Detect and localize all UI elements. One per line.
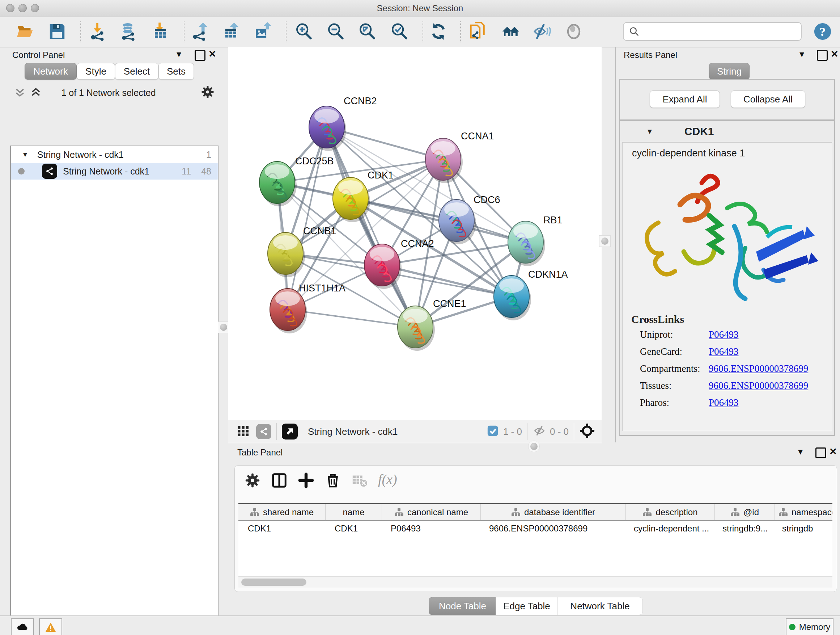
- tab-select[interactable]: Select: [115, 63, 158, 80]
- crosslink-value-link[interactable]: P06493: [709, 329, 739, 340]
- network-options-gear-icon[interactable]: [201, 85, 215, 101]
- hidden-eye-icon[interactable]: [532, 424, 546, 439]
- copy-network-style-icon[interactable]: [469, 22, 488, 41]
- node-CCNA1[interactable]: [425, 138, 463, 183]
- fit-content-crosshair-icon[interactable]: [579, 423, 595, 440]
- node-CCNA2[interactable]: [364, 244, 401, 289]
- control-panel-menu-icon[interactable]: ▾: [177, 49, 181, 59]
- table-hscroll-thumb[interactable]: [241, 578, 306, 586]
- results-panel-close-icon[interactable]: ✕: [831, 49, 838, 59]
- tab-network[interactable]: Network: [25, 63, 77, 80]
- export-image-icon[interactable]: [253, 22, 272, 41]
- protein-header-row[interactable]: ▼ CDK1: [620, 121, 834, 142]
- save-session-icon[interactable]: [48, 22, 66, 41]
- warning-status-button[interactable]: [39, 618, 62, 635]
- node-CDKN1A[interactable]: [494, 276, 531, 320]
- expand-all-networks-icon[interactable]: [30, 86, 42, 100]
- collapse-all-networks-icon[interactable]: [14, 86, 26, 100]
- results-panel-menu-icon[interactable]: ▾: [799, 49, 804, 59]
- node-CDC6[interactable]: [439, 200, 476, 244]
- add-column-icon[interactable]: [298, 472, 314, 489]
- table-row[interactable]: CDK1CDK1P064939606.ENSP00000378699cyclin…: [238, 521, 832, 536]
- results-panel-float-icon[interactable]: [817, 50, 828, 61]
- crosslink-value-link[interactable]: P06493: [709, 346, 739, 357]
- namespace-tree-icon: [511, 508, 521, 516]
- tab-node-table[interactable]: Node Table: [429, 597, 496, 615]
- zoom-selected-icon[interactable]: [390, 22, 409, 41]
- table-cell[interactable]: stringdb: [773, 521, 832, 536]
- node-CCNE1[interactable]: [398, 306, 435, 351]
- table-cell[interactable]: CDK1: [325, 521, 381, 536]
- crosslink-row: Pharos:P06493: [640, 397, 832, 409]
- collapse-all-button[interactable]: Collapse All: [731, 90, 805, 108]
- netbar-separator: [574, 423, 574, 440]
- table-panel-float-icon[interactable]: [815, 448, 826, 458]
- hide-selected-icon[interactable]: [532, 22, 551, 41]
- crosslink-value-link[interactable]: P06493: [709, 397, 739, 409]
- namespace-tree-icon: [778, 508, 788, 516]
- table-cell[interactable]: 9606.ENSP00000378699: [480, 521, 624, 536]
- table-cell[interactable]: P06493: [381, 521, 480, 536]
- export-table-icon[interactable]: [222, 22, 241, 41]
- node-RB1[interactable]: [508, 221, 545, 266]
- zoom-out-icon[interactable]: [326, 22, 345, 41]
- zoom-in-icon[interactable]: [294, 22, 313, 41]
- crosslinks-heading: CrossLinks: [622, 313, 832, 325]
- collection-expander-icon[interactable]: ▼: [22, 150, 28, 158]
- tab-style[interactable]: Style: [77, 63, 115, 80]
- right-splitter-handle[interactable]: [599, 235, 611, 247]
- control-panel-float-icon[interactable]: [195, 50, 205, 61]
- birdseye-view-icon[interactable]: [282, 424, 298, 440]
- import-network-database-icon[interactable]: [119, 22, 138, 41]
- column-header-namespace[interactable]: namespace: [775, 504, 832, 520]
- crosslink-value-link[interactable]: 9606.ENSP00000378699: [709, 363, 808, 374]
- tab-sets[interactable]: Sets: [158, 63, 194, 80]
- zoom-fit-icon[interactable]: [358, 22, 377, 41]
- node-CDK1[interactable]: [333, 177, 370, 222]
- refresh-icon[interactable]: [429, 22, 448, 41]
- network-collection-row[interactable]: ▼ String Network - cdk1 1: [11, 146, 218, 163]
- string-badge-icon[interactable]: [256, 424, 271, 439]
- delete-column-icon[interactable]: [325, 472, 341, 489]
- memory-button[interactable]: Memory: [786, 618, 834, 635]
- table-panel-close-icon[interactable]: ✕: [829, 447, 837, 456]
- column-header-shared-name[interactable]: shared name: [238, 504, 325, 520]
- network-row-selected[interactable]: String Network - cdk1 11 48: [11, 163, 218, 180]
- node-CCNB2[interactable]: [309, 106, 346, 151]
- column-header-canonical-name[interactable]: canonical name: [382, 504, 481, 520]
- selected-checkbox-icon[interactable]: [486, 424, 499, 439]
- table-cell[interactable]: cyclin-dependent ...: [624, 521, 713, 536]
- tab-network-table[interactable]: Network Table: [557, 597, 643, 615]
- grid-view-icon[interactable]: [237, 424, 249, 439]
- table-options-gear-icon[interactable]: [244, 472, 261, 489]
- table-panel-menu-icon[interactable]: ▾: [798, 447, 803, 456]
- expand-all-button[interactable]: Expand All: [650, 90, 720, 108]
- table-cell[interactable]: CDK1: [238, 521, 325, 536]
- network-selection-status: 1 of 1 Network selected: [47, 88, 170, 98]
- open-session-icon[interactable]: [16, 22, 35, 41]
- node-CCNB1[interactable]: [268, 233, 305, 277]
- table-cell[interactable]: stringdb:9...: [713, 521, 773, 536]
- table-hscrollbar[interactable]: [238, 576, 832, 587]
- node-HIST1H1A[interactable]: [270, 288, 307, 333]
- tab-string[interactable]: String: [709, 63, 750, 80]
- home-pages-icon[interactable]: [501, 22, 520, 41]
- protein-expander-icon[interactable]: ▼: [646, 127, 653, 136]
- crosslink-value-link[interactable]: 9606.ENSP00000378699: [709, 380, 808, 391]
- import-network-file-icon[interactable]: [89, 22, 108, 41]
- search-input[interactable]: [643, 27, 801, 36]
- tab-edge-table[interactable]: Edge Table: [496, 597, 558, 615]
- help-icon[interactable]: ?: [813, 22, 832, 41]
- show-columns-icon[interactable]: [271, 472, 287, 489]
- node-table[interactable]: shared namenamecanonical namedatabase id…: [238, 503, 832, 578]
- export-network-icon[interactable]: [191, 22, 210, 41]
- column-header--id[interactable]: @id: [715, 504, 775, 520]
- network-view[interactable]: CCNB2CCNA1CDC25BCDK1CDC6RB1CCNB1CCNA2CDK…: [228, 47, 602, 420]
- column-header-description[interactable]: description: [626, 504, 715, 520]
- cloud-status-button[interactable]: [11, 618, 34, 635]
- import-table-icon[interactable]: [151, 22, 170, 41]
- control-panel-close-icon[interactable]: ✕: [208, 49, 216, 59]
- show-all-icon[interactable]: [564, 22, 583, 41]
- column-header-database-identifier[interactable]: database identifier: [481, 504, 626, 520]
- column-header-name[interactable]: name: [325, 504, 382, 520]
